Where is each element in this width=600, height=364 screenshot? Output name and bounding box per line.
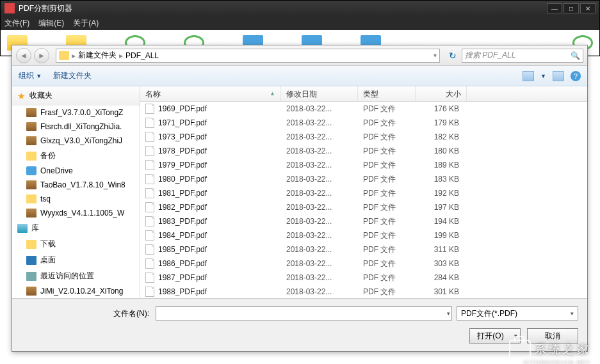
- file-name: 1979_PDF.pdf: [158, 161, 207, 170]
- table-row[interactable]: 1982_PDF.pdf2018-03-22...PDF 文件197 KB: [140, 200, 587, 214]
- sidebar-item[interactable]: 下载: [12, 236, 140, 252]
- dialog-toolbar: 组织 ▼ 新建文件夹 ▼ ?: [12, 66, 587, 86]
- app-titlebar[interactable]: PDF分割剪切器 — □ ✕: [1, 1, 599, 16]
- table-row[interactable]: 1979_PDF.pdf2018-03-22...PDF 文件189 KB: [140, 158, 587, 172]
- chevron-down-icon[interactable]: ▾: [434, 52, 437, 59]
- file-type: PDF 文件: [358, 118, 416, 129]
- table-row[interactable]: 1986_PDF.pdf2018-03-22...PDF 文件303 KB: [140, 257, 587, 271]
- file-size: 311 KB: [416, 245, 467, 254]
- search-input[interactable]: 搜索 PDF_ALL 🔍: [462, 49, 583, 63]
- table-row[interactable]: 1983_PDF.pdf2018-03-22...PDF 文件194 KB: [140, 214, 587, 228]
- file-date: 2018-03-22...: [281, 273, 358, 282]
- sort-asc-icon: ▲: [270, 90, 275, 97]
- favorites-label: 收藏夹: [29, 90, 53, 101]
- nav-forward-button[interactable]: ►: [34, 48, 49, 63]
- menu-file[interactable]: 文件(F): [4, 18, 29, 29]
- table-row[interactable]: 1971_PDF.pdf2018-03-22...PDF 文件179 KB: [140, 116, 587, 130]
- sidebar-favorites-header[interactable]: ★ 收藏夹: [12, 86, 140, 106]
- file-size: 179 KB: [416, 118, 467, 127]
- menu-about[interactable]: 关于(A): [73, 18, 99, 29]
- rar-icon: [26, 209, 36, 218]
- table-row[interactable]: 1978_PDF.pdf2018-03-22...PDF 文件180 KB: [140, 144, 587, 158]
- sidebar-item[interactable]: 最近访问的位置: [12, 268, 140, 284]
- filter-label: PDF文件(*.PDF): [461, 308, 517, 319]
- breadcrumb-part-0[interactable]: 新建文件夹: [78, 50, 117, 61]
- minimize-button[interactable]: —: [547, 3, 562, 13]
- file-size: 197 KB: [416, 203, 467, 212]
- filetype-filter[interactable]: PDF文件(*.PDF) ▾: [457, 306, 578, 320]
- file-icon: [145, 230, 154, 241]
- sidebar-item[interactable]: 库: [12, 220, 140, 236]
- sidebar-item[interactable]: Ftsrch.dll_XiTongZhiJia.: [12, 120, 140, 134]
- table-row[interactable]: 1973_PDF.pdf2018-03-22...PDF 文件182 KB: [140, 130, 587, 144]
- table-row[interactable]: 1985_PDF.pdf2018-03-22...PDF 文件311 KB: [140, 242, 587, 257]
- sidebar-item[interactable]: tsq: [12, 192, 140, 206]
- file-list: 名称▲ 修改日期 类型 大小 1969_PDF.pdf2018-03-22...…: [140, 86, 587, 298]
- file-name: 1987_PDF.pdf: [158, 273, 207, 282]
- table-row[interactable]: 1987_PDF.pdf2018-03-22...PDF 文件284 KB: [140, 271, 587, 285]
- table-row[interactable]: 1969_PDF.pdf2018-03-22...PDF 文件176 KB: [140, 102, 587, 116]
- rar-icon: [26, 287, 36, 296]
- sidebar-item[interactable]: 桌面: [12, 252, 140, 268]
- column-date[interactable]: 修改日期: [281, 86, 358, 101]
- sidebar-item-label: 下载: [40, 239, 56, 249]
- column-type[interactable]: 类型: [358, 86, 416, 101]
- sidebar-item[interactable]: TaoBao_V1.7.8.10_Win8: [12, 178, 140, 192]
- refresh-button[interactable]: ↻: [449, 51, 457, 61]
- breadcrumb-part-1[interactable]: PDF_ALL: [126, 51, 159, 60]
- sidebar-item[interactable]: Wyyxds_V4.1.1.1005_W: [12, 206, 140, 220]
- sidebar-item[interactable]: Glxzq_V3.0_XiTongZhiJ: [12, 134, 140, 148]
- sidebar-item[interactable]: OneDrive: [12, 164, 140, 178]
- menu-edit[interactable]: 编辑(E): [38, 18, 64, 29]
- sidebar-item-label: TaoBao_V1.7.8.10_Win8: [40, 180, 126, 189]
- sidebar-item[interactable]: 备份: [12, 148, 140, 164]
- filename-input[interactable]: [156, 306, 452, 320]
- file-date: 2018-03-22...: [281, 203, 358, 212]
- rar-icon: [26, 108, 36, 117]
- file-type: PDF 文件: [358, 258, 416, 269]
- newfolder-button[interactable]: 新建文件夹: [53, 70, 92, 81]
- file-size: 189 KB: [416, 161, 467, 170]
- file-icon: [145, 174, 154, 184]
- help-icon[interactable]: ?: [571, 71, 581, 81]
- file-type: PDF 文件: [358, 146, 416, 157]
- table-row[interactable]: 1981_PDF.pdf2018-03-22...PDF 文件192 KB: [140, 186, 587, 200]
- open-button[interactable]: 打开(O): [469, 328, 521, 344]
- chevron-down-icon[interactable]: ▼: [540, 73, 546, 79]
- cancel-button[interactable]: 取消: [527, 328, 578, 344]
- file-icon: [145, 244, 154, 255]
- file-date: 2018-03-22...: [281, 287, 358, 296]
- file-type: PDF 文件: [358, 132, 416, 143]
- organize-menu[interactable]: 组织 ▼: [19, 70, 42, 81]
- file-icon: [145, 188, 154, 198]
- column-size[interactable]: 大小: [416, 86, 467, 101]
- file-name: 1969_PDF.pdf: [158, 104, 207, 113]
- file-size: 303 KB: [416, 259, 467, 268]
- table-row[interactable]: 1984_PDF.pdf2018-03-22...PDF 文件199 KB: [140, 228, 587, 242]
- lib-icon: [17, 224, 28, 233]
- column-name[interactable]: 名称▲: [140, 86, 281, 101]
- sidebar-item[interactable]: JiMi_V2.0.10.24_XiTong: [12, 284, 140, 298]
- sidebar-item-label: tsq: [40, 194, 51, 203]
- maximize-button[interactable]: □: [564, 3, 579, 13]
- nav-back-button[interactable]: ◄: [16, 48, 31, 63]
- filename-label: 文件名(N):: [21, 308, 149, 319]
- star-icon: ★: [17, 91, 26, 101]
- file-name: 1981_PDF.pdf: [158, 189, 207, 198]
- table-row[interactable]: 1980_PDF.pdf2018-03-22...PDF 文件183 KB: [140, 172, 587, 186]
- file-name: 1984_PDF.pdf: [158, 231, 207, 240]
- file-size: 301 KB: [416, 287, 467, 296]
- preview-pane-icon[interactable]: [553, 71, 564, 81]
- folder-icon: [26, 240, 36, 249]
- chevron-right-icon: ▸: [72, 51, 76, 60]
- close-button[interactable]: ✕: [580, 3, 596, 13]
- file-type: PDF 文件: [358, 287, 416, 297]
- search-icon[interactable]: 🔍: [571, 51, 580, 60]
- chevron-down-icon[interactable]: ▾: [447, 310, 450, 317]
- table-row[interactable]: 1988_PDF.pdf2018-03-22...PDF 文件301 KB: [140, 285, 587, 298]
- breadcrumb[interactable]: ▸ 新建文件夹 ▸ PDF_ALL ▾: [56, 49, 440, 63]
- sidebar-item[interactable]: Frasf_V3.7.0.0_XiTongZ: [12, 106, 140, 120]
- view-options-icon[interactable]: [523, 71, 534, 81]
- file-date: 2018-03-22...: [281, 217, 358, 226]
- recent-icon: [26, 272, 36, 281]
